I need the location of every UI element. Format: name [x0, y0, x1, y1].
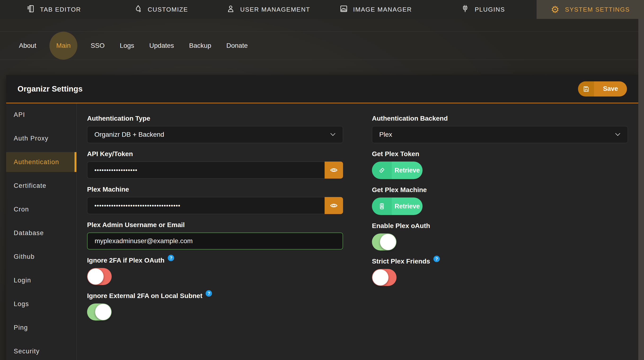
ignore-external-2fa-field: Ignore External 2FA on Local Subnet ? — [87, 292, 343, 320]
get-plex-token-retrieve-button[interactable]: Retrieve — [372, 162, 422, 179]
enable-plex-oauth-toggle[interactable] — [372, 234, 396, 250]
sidebar-item-authentication[interactable]: Authentication — [6, 152, 76, 172]
nav-tab-plugins[interactable]: PLUGINS — [430, 0, 537, 19]
settings-sub-nav: About Main SSO Logs Updates Backup Donat… — [0, 32, 644, 60]
sidebar-item-api[interactable]: API — [6, 105, 76, 125]
retrieve-button-label: Retrieve — [392, 198, 422, 215]
floppy-disk-icon — [578, 81, 594, 96]
tab-editor-icon — [26, 4, 35, 15]
subnav-item-updates[interactable]: Updates — [149, 42, 174, 50]
organizr-settings-panel: Organizr Settings Save API Auth Proxy Au… — [6, 75, 638, 360]
subnav-item-donate[interactable]: Donate — [226, 42, 248, 50]
sidebar-item-database[interactable]: Database — [6, 223, 76, 243]
sidebar-item-cron[interactable]: Cron — [6, 200, 76, 219]
right-column: Authentication Backend Plex Get Plex Tok… — [372, 115, 628, 354]
enable-plex-oauth-label: Enable Plex oAuth — [372, 222, 430, 230]
toggle-knob — [372, 270, 388, 286]
api-key-reveal-button[interactable] — [324, 162, 343, 178]
toggle-knob — [95, 304, 111, 320]
subnav-item-sso[interactable]: SSO — [90, 42, 104, 50]
strict-plex-friends-label: Strict Plex Friends — [372, 258, 430, 265]
toggle-knob — [380, 234, 396, 250]
ignore-2fa-label: Ignore 2FA if Plex OAuth — [87, 257, 164, 264]
settings-sidebar: API Auth Proxy Authentication Certificat… — [6, 103, 77, 360]
strict-plex-friends-toggle[interactable] — [372, 269, 396, 286]
plex-admin-input[interactable] — [87, 232, 343, 250]
ticket-icon — [372, 162, 392, 179]
customize-icon — [134, 4, 142, 15]
authentication-backend-value: Plex — [379, 131, 392, 138]
retrieve-button-label: Retrieve — [392, 162, 422, 179]
page-title: Organizr Settings — [18, 84, 82, 94]
nav-tab-system-settings[interactable]: ⚙ SYSTEM SETTINGS — [536, 0, 644, 19]
user-management-icon — [226, 4, 235, 15]
plex-machine-reveal-button[interactable] — [324, 197, 343, 214]
auth-type-label: Authentication Type — [87, 115, 150, 122]
nav-tab-image-manager[interactable]: IMAGE MANAGER — [322, 0, 430, 19]
strict-plex-friends-help-icon[interactable]: ? — [434, 256, 440, 262]
nav-tab-label: TAB EDITOR — [40, 6, 81, 13]
plex-machine-label: Plex Machine — [87, 186, 129, 193]
authentication-type-value: Organizr DB + Backend — [94, 131, 164, 138]
panel-body: API Auth Proxy Authentication Certificat… — [6, 103, 638, 360]
sidebar-item-certificate[interactable]: Certificate — [6, 176, 76, 196]
eye-icon — [330, 166, 338, 174]
ignore-external-2fa-help-icon[interactable]: ? — [206, 290, 212, 296]
ignore-2fa-help-icon[interactable]: ? — [168, 255, 174, 261]
ignore-2fa-field: Ignore 2FA if Plex OAuth ? — [87, 257, 343, 285]
get-plex-token-label: Get Plex Token — [372, 150, 419, 158]
api-key-label: API Key/Token — [87, 150, 133, 158]
eye-icon — [330, 201, 338, 210]
left-column: Authentication Type Organizr DB + Backen… — [87, 115, 343, 354]
ignore-2fa-toggle[interactable] — [87, 268, 112, 285]
system-settings-gear-icon: ⚙ — [551, 5, 560, 14]
subnav-item-about[interactable]: About — [19, 42, 36, 50]
sidebar-item-login[interactable]: Login — [6, 270, 76, 290]
page-scrollbar[interactable] — [638, 19, 644, 360]
authentication-type-select[interactable]: Organizr DB + Backend — [87, 126, 343, 143]
plex-machine-field: Plex Machine — [87, 186, 343, 214]
nav-tab-tab-editor[interactable]: TAB EDITOR — [0, 0, 108, 19]
auth-backend-label: Authentication Backend — [372, 115, 448, 122]
image-manager-icon — [340, 4, 348, 15]
nav-tab-label: CUSTOMIZE — [148, 6, 188, 13]
plex-machine-input[interactable] — [87, 197, 324, 214]
subnav-item-logs[interactable]: Logs — [120, 42, 134, 50]
nav-tab-customize[interactable]: CUSTOMIZE — [108, 0, 215, 19]
plugins-icon — [461, 4, 470, 15]
save-button[interactable]: Save — [578, 81, 627, 96]
nav-tab-label: USER MANAGEMENT — [240, 6, 310, 13]
nav-tab-label: IMAGE MANAGER — [353, 6, 412, 13]
authentication-backend-select[interactable]: Plex — [372, 126, 628, 143]
ignore-external-2fa-label: Ignore External 2FA on Local Subnet — [87, 292, 202, 300]
get-plex-machine-field: Get Plex Machine Retrieve — [372, 186, 628, 215]
plex-admin-field: Plex Admin Username or Email — [87, 221, 343, 250]
chevron-down-icon — [330, 133, 336, 136]
get-plex-token-field: Get Plex Token Retrieve — [372, 150, 628, 179]
sidebar-item-security[interactable]: Security — [6, 341, 76, 360]
sidebar-item-ping[interactable]: Ping — [6, 318, 76, 338]
top-nav: TAB EDITOR CUSTOMIZE USER MANAGEMENT IMA… — [0, 0, 644, 19]
panel-header: Organizr Settings Save — [6, 75, 638, 103]
save-button-label: Save — [594, 81, 627, 96]
sidebar-item-github[interactable]: Github — [6, 247, 76, 266]
nav-tab-user-management[interactable]: USER MANAGEMENT — [214, 0, 322, 19]
subnav-item-backup[interactable]: Backup — [189, 42, 211, 50]
sidebar-item-logs[interactable]: Logs — [6, 294, 76, 314]
enable-plex-oauth-field: Enable Plex oAuth — [372, 222, 628, 250]
api-key-input[interactable] — [87, 162, 324, 178]
auth-backend-field: Authentication Backend Plex — [372, 115, 628, 143]
nav-tab-label: PLUGINS — [474, 6, 505, 13]
ignore-external-2fa-toggle[interactable] — [87, 304, 112, 320]
auth-type-field: Authentication Type Organizr DB + Backen… — [87, 115, 343, 143]
sidebar-item-auth-proxy[interactable]: Auth Proxy — [6, 128, 76, 148]
chevron-down-icon — [615, 133, 620, 136]
authentication-settings-content: Authentication Type Organizr DB + Backen… — [77, 103, 638, 360]
id-badge-icon — [372, 198, 392, 215]
api-key-field: API Key/Token — [87, 150, 343, 178]
subnav-item-main[interactable]: Main — [50, 32, 77, 60]
strict-plex-friends-field: Strict Plex Friends ? — [372, 258, 628, 286]
get-plex-machine-retrieve-button[interactable]: Retrieve — [372, 198, 422, 215]
get-plex-machine-label: Get Plex Machine — [372, 186, 427, 194]
toggle-knob — [88, 268, 104, 284]
